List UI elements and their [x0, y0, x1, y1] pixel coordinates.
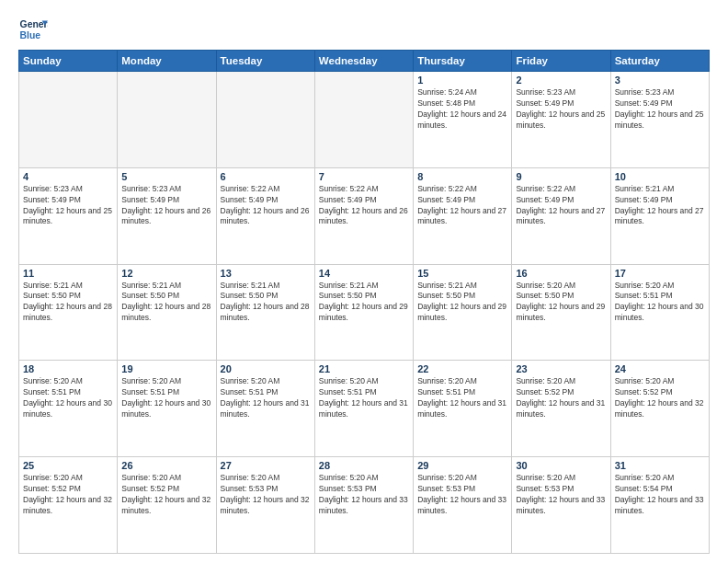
week-row: 25Sunrise: 5:20 AMSunset: 5:52 PMDayligh… — [19, 457, 710, 554]
day-number: 31 — [615, 460, 705, 471]
day-info: Sunrise: 5:21 AMSunset: 5:50 PMDaylight:… — [23, 281, 113, 325]
day-info: Sunrise: 5:20 AMSunset: 5:53 PMDaylight:… — [319, 473, 409, 517]
day-number: 5 — [121, 171, 211, 182]
calendar-cell: 18Sunrise: 5:20 AMSunset: 5:51 PMDayligh… — [19, 361, 118, 457]
day-info: Sunrise: 5:20 AMSunset: 5:52 PMDaylight:… — [516, 376, 606, 420]
calendar-cell: 26Sunrise: 5:20 AMSunset: 5:52 PMDayligh… — [118, 457, 216, 554]
week-row: 18Sunrise: 5:20 AMSunset: 5:51 PMDayligh… — [19, 361, 710, 457]
calendar-cell: 3Sunrise: 5:23 AMSunset: 5:49 PMDaylight… — [610, 72, 709, 168]
day-info: Sunrise: 5:21 AMSunset: 5:50 PMDaylight:… — [417, 281, 507, 325]
day-number: 8 — [417, 171, 507, 182]
page: General Blue SundayMondayTuesdayWednesda… — [0, 0, 728, 563]
day-number: 15 — [417, 268, 507, 279]
calendar-cell: 5Sunrise: 5:23 AMSunset: 5:49 PMDaylight… — [118, 167, 216, 264]
calendar-cell: 27Sunrise: 5:20 AMSunset: 5:53 PMDayligh… — [216, 457, 314, 554]
day-number: 30 — [516, 460, 606, 471]
calendar-cell: 29Sunrise: 5:20 AMSunset: 5:53 PMDayligh… — [414, 457, 512, 554]
calendar-cell: 12Sunrise: 5:21 AMSunset: 5:50 PMDayligh… — [118, 264, 216, 361]
day-info: Sunrise: 5:21 AMSunset: 5:50 PMDaylight:… — [121, 281, 211, 325]
calendar-cell: 9Sunrise: 5:22 AMSunset: 5:49 PMDaylight… — [512, 167, 610, 264]
calendar-cell: 10Sunrise: 5:21 AMSunset: 5:49 PMDayligh… — [610, 167, 709, 264]
day-number: 9 — [516, 171, 606, 182]
day-number: 12 — [121, 268, 211, 279]
day-info: Sunrise: 5:23 AMSunset: 5:49 PMDaylight:… — [516, 87, 606, 132]
calendar-cell: 19Sunrise: 5:20 AMSunset: 5:51 PMDayligh… — [118, 361, 216, 457]
day-number: 18 — [23, 363, 113, 374]
weekday-header: Wednesday — [314, 51, 413, 72]
calendar-cell: 14Sunrise: 5:21 AMSunset: 5:50 PMDayligh… — [314, 264, 413, 361]
day-info: Sunrise: 5:20 AMSunset: 5:52 PMDaylight:… — [121, 473, 211, 517]
day-info: Sunrise: 5:20 AMSunset: 5:54 PMDaylight:… — [615, 473, 705, 517]
day-info: Sunrise: 5:22 AMSunset: 5:49 PMDaylight:… — [516, 184, 606, 228]
day-number: 3 — [615, 75, 705, 86]
weekday-header: Friday — [512, 51, 610, 72]
weekday-header: Monday — [118, 51, 216, 72]
weekday-header: Sunday — [19, 51, 118, 72]
day-number: 11 — [23, 268, 113, 279]
logo: General Blue — [18, 15, 48, 44]
week-row: 1Sunrise: 5:24 AMSunset: 5:48 PMDaylight… — [19, 72, 710, 168]
calendar-cell: 21Sunrise: 5:20 AMSunset: 5:51 PMDayligh… — [314, 361, 413, 457]
week-row: 11Sunrise: 5:21 AMSunset: 5:50 PMDayligh… — [19, 264, 710, 361]
day-info: Sunrise: 5:20 AMSunset: 5:51 PMDaylight:… — [121, 376, 211, 420]
calendar-cell: 28Sunrise: 5:20 AMSunset: 5:53 PMDayligh… — [314, 457, 413, 554]
calendar-cell: 23Sunrise: 5:20 AMSunset: 5:52 PMDayligh… — [512, 361, 610, 457]
day-info: Sunrise: 5:20 AMSunset: 5:51 PMDaylight:… — [417, 376, 507, 420]
day-number: 7 — [319, 171, 409, 182]
day-info: Sunrise: 5:23 AMSunset: 5:49 PMDaylight:… — [121, 184, 211, 228]
calendar-cell: 17Sunrise: 5:20 AMSunset: 5:51 PMDayligh… — [610, 264, 709, 361]
day-info: Sunrise: 5:21 AMSunset: 5:49 PMDaylight:… — [615, 184, 705, 228]
calendar-cell: 15Sunrise: 5:21 AMSunset: 5:50 PMDayligh… — [414, 264, 512, 361]
day-info: Sunrise: 5:20 AMSunset: 5:52 PMDaylight:… — [23, 473, 113, 517]
weekday-header: Saturday — [610, 51, 709, 72]
day-number: 21 — [319, 363, 409, 374]
calendar-cell: 1Sunrise: 5:24 AMSunset: 5:48 PMDaylight… — [414, 72, 512, 168]
day-info: Sunrise: 5:20 AMSunset: 5:53 PMDaylight:… — [516, 473, 606, 517]
calendar-cell — [314, 72, 413, 168]
calendar-cell: 7Sunrise: 5:22 AMSunset: 5:49 PMDaylight… — [314, 167, 413, 264]
day-number: 22 — [417, 363, 507, 374]
day-number: 28 — [319, 460, 409, 471]
calendar-cell: 2Sunrise: 5:23 AMSunset: 5:49 PMDaylight… — [512, 72, 610, 168]
day-number: 17 — [615, 268, 705, 279]
header: General Blue — [18, 15, 710, 44]
day-number: 25 — [23, 460, 113, 471]
day-info: Sunrise: 5:20 AMSunset: 5:51 PMDaylight:… — [221, 376, 311, 420]
calendar-cell: 11Sunrise: 5:21 AMSunset: 5:50 PMDayligh… — [19, 264, 118, 361]
calendar-cell — [118, 72, 216, 168]
day-number: 23 — [516, 363, 606, 374]
day-number: 27 — [221, 460, 311, 471]
calendar-cell: 25Sunrise: 5:20 AMSunset: 5:52 PMDayligh… — [19, 457, 118, 554]
day-info: Sunrise: 5:21 AMSunset: 5:50 PMDaylight:… — [319, 281, 409, 325]
day-number: 20 — [221, 363, 311, 374]
day-info: Sunrise: 5:23 AMSunset: 5:49 PMDaylight:… — [23, 184, 113, 228]
day-info: Sunrise: 5:24 AMSunset: 5:48 PMDaylight:… — [417, 87, 507, 132]
weekday-header: Thursday — [414, 51, 512, 72]
day-info: Sunrise: 5:20 AMSunset: 5:52 PMDaylight:… — [615, 376, 705, 420]
calendar-cell: 30Sunrise: 5:20 AMSunset: 5:53 PMDayligh… — [512, 457, 610, 554]
calendar-cell: 22Sunrise: 5:20 AMSunset: 5:51 PMDayligh… — [414, 361, 512, 457]
day-info: Sunrise: 5:20 AMSunset: 5:51 PMDaylight:… — [319, 376, 409, 420]
calendar-cell: 31Sunrise: 5:20 AMSunset: 5:54 PMDayligh… — [610, 457, 709, 554]
weekday-header-row: SundayMondayTuesdayWednesdayThursdayFrid… — [19, 51, 710, 72]
day-number: 6 — [221, 171, 311, 182]
day-number: 4 — [23, 171, 113, 182]
day-info: Sunrise: 5:23 AMSunset: 5:49 PMDaylight:… — [615, 87, 705, 132]
day-number: 24 — [615, 363, 705, 374]
day-number: 2 — [516, 75, 606, 86]
calendar-cell: 4Sunrise: 5:23 AMSunset: 5:49 PMDaylight… — [19, 167, 118, 264]
calendar-cell: 6Sunrise: 5:22 AMSunset: 5:49 PMDaylight… — [216, 167, 314, 264]
day-info: Sunrise: 5:22 AMSunset: 5:49 PMDaylight:… — [319, 184, 409, 228]
calendar-cell: 8Sunrise: 5:22 AMSunset: 5:49 PMDaylight… — [414, 167, 512, 264]
day-info: Sunrise: 5:20 AMSunset: 5:51 PMDaylight:… — [615, 281, 705, 325]
day-number: 29 — [417, 460, 507, 471]
calendar-cell — [216, 72, 314, 168]
day-info: Sunrise: 5:20 AMSunset: 5:53 PMDaylight:… — [417, 473, 507, 517]
week-row: 4Sunrise: 5:23 AMSunset: 5:49 PMDaylight… — [19, 167, 710, 264]
weekday-header: Tuesday — [216, 51, 314, 72]
day-info: Sunrise: 5:22 AMSunset: 5:49 PMDaylight:… — [221, 184, 311, 228]
calendar-cell: 20Sunrise: 5:20 AMSunset: 5:51 PMDayligh… — [216, 361, 314, 457]
day-number: 16 — [516, 268, 606, 279]
day-number: 14 — [319, 268, 409, 279]
calendar-cell: 16Sunrise: 5:20 AMSunset: 5:50 PMDayligh… — [512, 264, 610, 361]
